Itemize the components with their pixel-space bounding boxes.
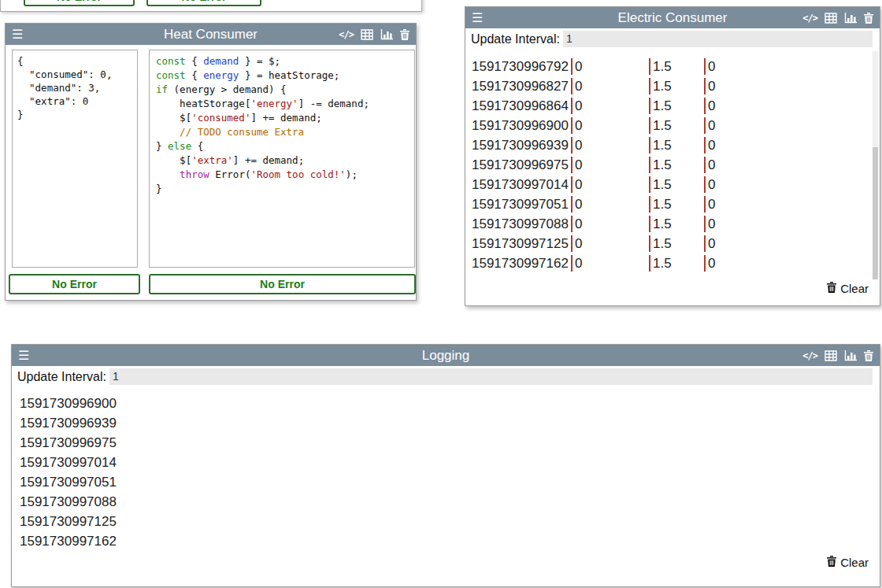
no-error-button[interactable]: No Error bbox=[24, 0, 135, 6]
column-separator bbox=[571, 58, 573, 75]
value-cell: 1.5 bbox=[653, 256, 704, 272]
update-interval-row: Update Interval: 1 bbox=[465, 28, 880, 50]
column-separator bbox=[649, 255, 650, 272]
electric-consumer-panel: ☰ Electric Consumer </> Update Interval:… bbox=[465, 6, 880, 306]
timestamp-cell: 1591730996939 bbox=[472, 138, 571, 153]
timestamp-cell: 1591730997125 bbox=[472, 236, 571, 252]
column-separator bbox=[649, 216, 650, 232]
value-cell: 1.5 bbox=[653, 59, 704, 75]
column-separator bbox=[571, 235, 573, 252]
scrollbar[interactable] bbox=[873, 51, 878, 279]
value-cell: 0 bbox=[708, 138, 715, 153]
value-cell: 0 bbox=[708, 256, 715, 272]
electric-consumer-header: ☰ Electric Consumer </> bbox=[465, 7, 880, 28]
table-row: 159173099705101.50 bbox=[472, 194, 867, 214]
dashboard: No Error No Error ☰ Heat Consumer </> bbox=[0, 0, 882, 588]
value-cell: 0 bbox=[575, 157, 649, 173]
column-separator bbox=[649, 137, 650, 153]
column-separator bbox=[704, 78, 706, 94]
log-timestamp: 1591730996939 bbox=[20, 413, 117, 433]
code-line: heatStorage['energy'] -= demand; bbox=[156, 97, 408, 111]
table-icon[interactable] bbox=[825, 13, 837, 24]
table-row: 159173099690001.50 bbox=[472, 116, 867, 135]
no-error-button[interactable]: No Error bbox=[146, 0, 261, 6]
code-icon[interactable]: </> bbox=[339, 29, 354, 40]
update-interval-input[interactable]: 1 bbox=[563, 31, 873, 47]
timestamp-cell: 1591730996864 bbox=[472, 98, 571, 114]
table-row: 159173099701401.50 bbox=[472, 175, 867, 194]
column-separator bbox=[571, 78, 573, 94]
column-separator bbox=[649, 157, 650, 173]
value-cell: 1.5 bbox=[653, 118, 704, 134]
column-separator bbox=[704, 98, 706, 114]
clear-button[interactable]: Clear bbox=[827, 282, 869, 295]
value-cell: 0 bbox=[708, 98, 715, 114]
value-cell: 0 bbox=[575, 216, 649, 232]
column-separator bbox=[704, 216, 706, 232]
timestamp-cell: 1591730996792 bbox=[472, 59, 571, 75]
code-editor[interactable]: const { demand } = $;const { energy } = … bbox=[149, 50, 415, 268]
column-separator bbox=[571, 196, 573, 213]
trash-icon[interactable] bbox=[864, 350, 873, 361]
update-interval-row: Update Interval: 1 bbox=[12, 366, 880, 387]
log-list: 1591730996900159173099693915917309969751… bbox=[20, 394, 117, 551]
chart-icon[interactable] bbox=[844, 13, 857, 24]
value-cell: 0 bbox=[708, 216, 715, 232]
column-separator bbox=[649, 176, 650, 193]
column-separator bbox=[704, 176, 706, 193]
no-error-button[interactable]: No Error bbox=[149, 274, 416, 294]
cutoff-widget-panel: No Error No Error bbox=[0, 0, 422, 12]
value-cell: 0 bbox=[575, 197, 649, 213]
code-icon[interactable]: </> bbox=[802, 350, 817, 361]
code-line: // TODO consume Extra bbox=[156, 125, 408, 139]
logging-panel: ☰ Logging </> Update Interval: 1 1591730… bbox=[11, 344, 880, 587]
trash-icon[interactable] bbox=[400, 29, 410, 40]
update-interval-label: Update Interval: bbox=[17, 370, 106, 384]
value-cell: 0 bbox=[708, 197, 715, 213]
log-timestamp: 1591730997125 bbox=[20, 512, 117, 531]
table-row: 159173099693901.50 bbox=[472, 135, 867, 155]
column-separator bbox=[704, 235, 706, 252]
clear-label: Clear bbox=[840, 282, 869, 295]
column-separator bbox=[571, 176, 573, 193]
column-separator bbox=[649, 196, 650, 213]
table-icon[interactable] bbox=[361, 29, 373, 40]
heat-consumer-header: ☰ Heat Consumer </> bbox=[6, 24, 416, 45]
column-separator bbox=[704, 196, 706, 213]
no-error-label: No Error bbox=[57, 0, 102, 3]
value-cell: 0 bbox=[708, 177, 715, 193]
column-separator bbox=[649, 117, 650, 134]
table-row: 159173099712501.50 bbox=[472, 234, 867, 253]
value-cell: 0 bbox=[575, 138, 649, 153]
scrollbar-thumb[interactable] bbox=[873, 147, 878, 279]
trash-icon[interactable] bbox=[864, 13, 873, 24]
clear-button[interactable]: Clear bbox=[827, 556, 869, 569]
code-line: } bbox=[156, 182, 408, 196]
column-separator bbox=[571, 216, 573, 232]
code-icon[interactable]: </> bbox=[802, 13, 817, 24]
no-error-label: No Error bbox=[52, 278, 97, 290]
timestamp-cell: 1591730996827 bbox=[472, 79, 571, 94]
value-cell: 0 bbox=[575, 59, 649, 75]
column-separator bbox=[704, 117, 706, 134]
state-json-editor[interactable]: { "consumed": 0, "demand": 3, "extra": 0… bbox=[12, 50, 138, 268]
value-cell: 0 bbox=[575, 79, 649, 94]
chart-icon[interactable] bbox=[380, 29, 393, 40]
column-separator bbox=[649, 58, 650, 75]
update-interval-input[interactable]: 1 bbox=[109, 368, 873, 385]
trash-icon bbox=[827, 282, 836, 295]
timestamp-cell: 1591730997051 bbox=[472, 197, 571, 213]
value-cell: 1.5 bbox=[653, 79, 704, 94]
value-cell: 0 bbox=[708, 236, 715, 252]
column-separator bbox=[704, 137, 706, 153]
table-row: 159173099708801.50 bbox=[472, 214, 867, 234]
no-error-button[interactable]: No Error bbox=[9, 274, 140, 294]
value-cell: 1.5 bbox=[653, 157, 704, 173]
chart-icon[interactable] bbox=[844, 350, 857, 361]
update-interval-label: Update Interval: bbox=[471, 32, 560, 46]
value-cell: 0 bbox=[708, 157, 715, 173]
code-line: throw Error('Room too cold!'); bbox=[156, 168, 408, 182]
table-icon[interactable] bbox=[825, 350, 837, 361]
timestamp-cell: 1591730996900 bbox=[472, 118, 571, 134]
value-cell: 1.5 bbox=[653, 197, 704, 213]
